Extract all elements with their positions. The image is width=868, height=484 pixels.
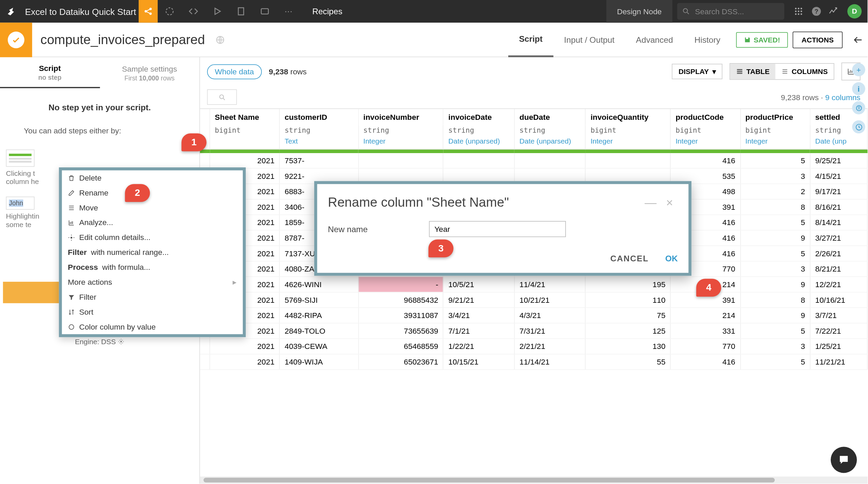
ctx-color[interactable]: Color column by value (62, 319, 243, 334)
cell[interactable]: 4/3/21 (514, 308, 586, 323)
cell[interactable]: 4626-WINI (280, 276, 358, 292)
table-row[interactable]: 20211409-WIJA6502367110/15/2111/14/21554… (200, 354, 867, 369)
modal-minimize-icon[interactable]: — (640, 196, 661, 209)
cell[interactable]: 10/21/21 (514, 292, 586, 308)
col-type[interactable]: bigint (740, 125, 810, 136)
cell[interactable]: 3 (740, 168, 810, 184)
avatar[interactable]: D (847, 4, 862, 18)
cell[interactable]: 5769-SIJI (280, 292, 358, 308)
cell[interactable]: 195 (586, 276, 671, 292)
apps-grid-icon[interactable] (789, 0, 808, 23)
cell[interactable]: 7/1/21 (443, 323, 514, 338)
col-semantic[interactable] (210, 136, 280, 149)
cell[interactable]: 4482-RIPA (280, 308, 358, 323)
cell[interactable]: 10/15/21 (443, 354, 514, 369)
cell[interactable]: 2/26/21 (810, 245, 867, 261)
table-filter-input[interactable] (207, 89, 237, 105)
cell[interactable]: 331 (671, 323, 741, 338)
ctx-edit-details[interactable]: Edit column details... (62, 230, 243, 245)
table-row[interactable]: 20214482-RIPA393110873/4/214/3/217521493… (200, 308, 867, 323)
col-semantic[interactable]: Integer (740, 136, 810, 149)
table-row[interactable]: 20214039-CEWA654685591/22/212/21/2113077… (200, 338, 867, 354)
chat-bubble-icon[interactable] (831, 447, 857, 473)
cell[interactable]: 5 (740, 354, 810, 369)
cell[interactable]: 9 (740, 230, 810, 245)
cell[interactable]: 75 (586, 308, 671, 323)
cell[interactable]: 8/14/21 (810, 215, 867, 230)
cell[interactable]: 5 (740, 323, 810, 338)
cell[interactable]: 416 (671, 354, 741, 369)
col-header[interactable]: dueDate (514, 109, 586, 125)
cell[interactable]: 3/4/21 (443, 308, 514, 323)
ctx-delete[interactable]: Delete (62, 170, 243, 185)
modal-close-icon[interactable]: × (661, 196, 678, 209)
flow-icon[interactable] (158, 0, 181, 23)
horizontal-scrollbar[interactable] (200, 477, 868, 484)
cell[interactable]: 2021 (210, 338, 280, 354)
engine-label[interactable]: Engine: DSS (0, 338, 199, 346)
col-semantic[interactable]: Integer (671, 136, 741, 149)
cell[interactable]: 125 (586, 323, 671, 338)
view-columns-button[interactable]: COLUMNS (775, 64, 833, 79)
table-row[interactable]: 20212849-TOLO736556397/1/217/31/21125331… (200, 323, 867, 338)
breadcrumb-section[interactable]: Recipes (300, 0, 354, 23)
col-semantic[interactable]: Date (unp (810, 136, 867, 149)
whole-data-pill[interactable]: Whole data (207, 64, 262, 79)
play-icon[interactable] (205, 0, 229, 23)
cell[interactable]: 65468559 (358, 338, 443, 354)
cell[interactable]: 12/2/21 (810, 276, 867, 292)
cell[interactable]: 2021 (210, 354, 280, 369)
cell[interactable] (514, 153, 586, 168)
cell[interactable]: 65023671 (358, 354, 443, 369)
cell[interactable]: 9/25/21 (810, 153, 867, 168)
actions-button[interactable]: ACTIONS (793, 31, 843, 48)
ctx-filter-range[interactable]: Filter with numerical range... (62, 245, 243, 260)
cell[interactable]: 10/16/21 (810, 292, 867, 308)
saved-button[interactable]: SAVED! (736, 32, 788, 48)
rename-input[interactable] (429, 221, 566, 237)
cell[interactable]: 4039-CEWA (280, 338, 358, 354)
cell[interactable]: 55 (586, 354, 671, 369)
ctx-filter[interactable]: Filter (62, 290, 243, 304)
cell[interactable]: 11/4/21 (514, 276, 586, 292)
cell[interactable]: 8 (740, 292, 810, 308)
cell[interactable]: 11/14/21 (514, 354, 586, 369)
more-icon[interactable]: ··· (277, 0, 300, 23)
cell[interactable]: 2849-TOLO (280, 323, 358, 338)
cell[interactable]: 8/16/21 (810, 199, 867, 215)
cell[interactable]: 5 (740, 245, 810, 261)
ctx-sort[interactable]: Sort (62, 304, 243, 319)
cell[interactable]: 2 (740, 184, 810, 199)
cell[interactable]: 3/27/21 (810, 230, 867, 245)
project-title[interactable]: Excel to Dataiku Quick Start (23, 6, 139, 16)
table-row[interactable]: 20217537-41659/25/21 (200, 153, 867, 168)
cancel-button[interactable]: CANCEL (610, 254, 649, 263)
col-header[interactable]: invoiceQuantity (586, 109, 671, 125)
cell[interactable]: 9/21/21 (443, 292, 514, 308)
cell[interactable]: 2/21/21 (514, 338, 586, 354)
cell[interactable]: 1409-WIJA (280, 354, 358, 369)
share-button[interactable] (138, 0, 157, 23)
col-semantic[interactable]: Date (unparsed) (514, 136, 586, 149)
cell[interactable]: 110 (586, 292, 671, 308)
table-row[interactable]: 20215769-SIJI968854329/21/2110/21/211103… (200, 292, 867, 308)
ctx-process-formula[interactable]: Process with formula... (62, 260, 243, 275)
cell[interactable] (443, 153, 514, 168)
cell[interactable]: 2021 (210, 153, 280, 168)
cell[interactable]: 11/21/21 (810, 354, 867, 369)
cell[interactable]: 214 (671, 308, 741, 323)
col-type[interactable]: bigint (210, 125, 280, 136)
node-badge[interactable]: Design Node (606, 0, 672, 23)
ok-button[interactable]: OK (665, 254, 678, 263)
tab-history[interactable]: History (684, 22, 731, 57)
cell[interactable]: 130 (586, 338, 671, 354)
col-header[interactable]: productCode (671, 109, 741, 125)
cell[interactable]: 770 (671, 338, 741, 354)
col-type[interactable]: string (358, 125, 443, 136)
cell[interactable] (358, 153, 443, 168)
rail-clock-icon[interactable] (852, 120, 865, 134)
col-header[interactable]: invoiceDate (443, 109, 514, 125)
cell[interactable]: 8 (740, 199, 810, 215)
cell[interactable]: 73655639 (358, 323, 443, 338)
ctx-move[interactable]: Move (62, 200, 243, 215)
